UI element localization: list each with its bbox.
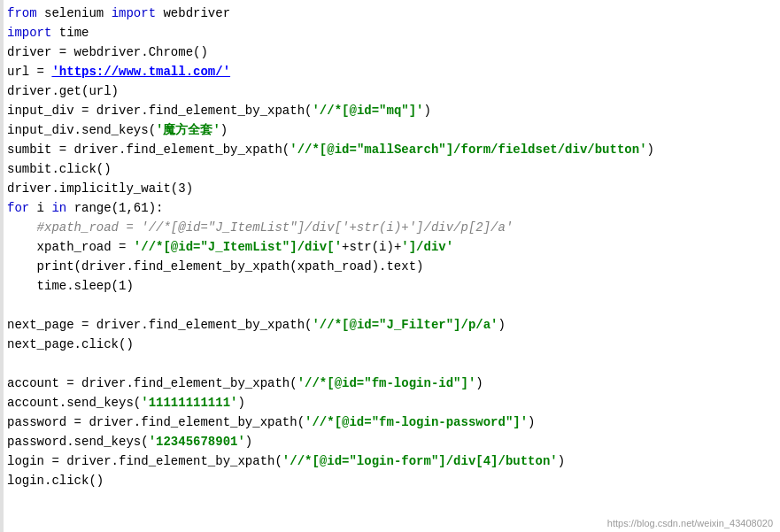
code-line-2: import time — [0, 23, 780, 42]
code-line-17: next_page = driver.find_element_by_xpath… — [0, 315, 780, 335]
code-line-8: sumbit = driver.find_element_by_xpath('/… — [0, 140, 780, 159]
code-line-23: password.send_keys('12345678901') — [0, 432, 780, 451]
code-line-11: for i in range(1,61): — [0, 198, 780, 218]
code-line-3: driver = webdriver.Chrome() — [0, 42, 780, 62]
code-line-20: account = driver.find_element_by_xpath('… — [0, 374, 780, 393]
code-line-22: password = driver.find_element_by_xpath(… — [0, 412, 780, 432]
code-line-9: sumbit.click() — [0, 159, 780, 179]
code-line-24: login = driver.find_element_by_xpath('//… — [0, 451, 780, 471]
code-line-25: login.click() — [0, 471, 780, 490]
code-line-1: from selenium import webdriver — [0, 4, 780, 23]
code-line-5: driver.get(url) — [0, 81, 780, 101]
code-container: from selenium import webdriver import ti… — [0, 0, 780, 532]
code-line-4: url = 'https://www.tmall.com/' — [0, 62, 780, 81]
code-line-15: time.sleep(1) — [0, 276, 780, 296]
code-line-21: account.send_keys('11111111111') — [0, 393, 780, 412]
code-line-12: #xpath_road = '//*[@id="J_ItemList"]/div… — [0, 218, 780, 237]
code-line-18: next_page.click() — [0, 335, 780, 354]
code-line-6: input_div = driver.find_element_by_xpath… — [0, 101, 780, 120]
code-line-19 — [0, 354, 780, 374]
code-line-10: driver.implicitly_wait(3) — [0, 179, 780, 198]
left-bar — [0, 0, 4, 532]
code-line-7: input_div.send_keys('魔方全套') — [0, 120, 780, 140]
code-line-16 — [0, 296, 780, 315]
code-line-13: xpath_road = '//*[@id="J_ItemList"]/div[… — [0, 237, 780, 257]
code-line-14: print(driver.find_element_by_xpath(xpath… — [0, 257, 780, 276]
watermark: https://blog.csdn.net/weixin_43408020 — [607, 518, 773, 528]
